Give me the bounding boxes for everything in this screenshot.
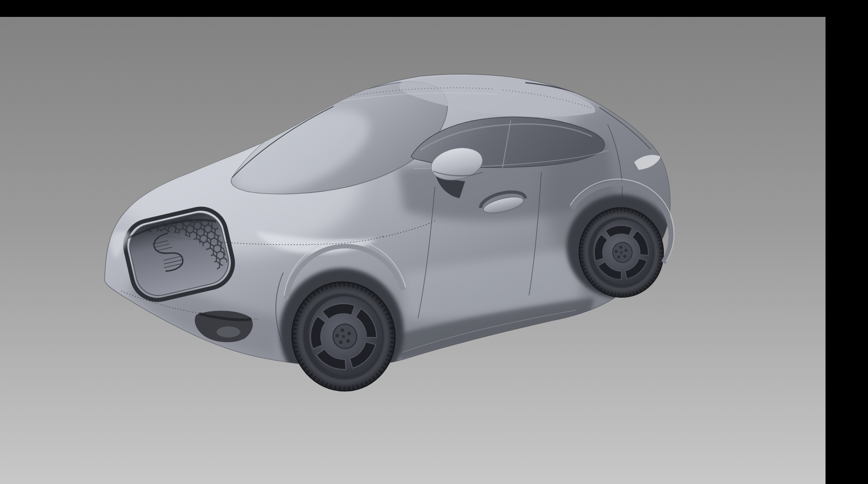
car-model [0, 17, 826, 484]
right-black-bar [826, 0, 868, 484]
car-body [105, 74, 699, 399]
top-black-bar [0, 0, 868, 17]
cowl-sensor-nub [199, 126, 210, 133]
render-viewport[interactable] [0, 17, 826, 484]
